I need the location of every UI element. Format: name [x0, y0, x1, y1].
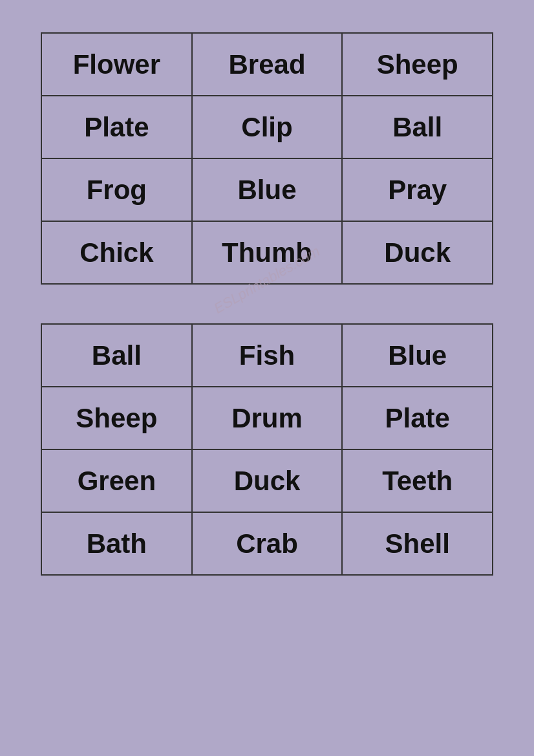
word-cell: Frog — [41, 158, 192, 221]
word-cell: Drum — [192, 387, 343, 449]
word-cell: Duck — [192, 449, 343, 512]
word-cell: Shell — [342, 512, 493, 575]
word-cell: Ball — [342, 96, 493, 158]
word-cell: Thumb — [192, 221, 343, 284]
word-cell: Blue — [192, 158, 343, 221]
word-cell: Duck — [342, 221, 493, 284]
word-cell: Blue — [342, 324, 493, 387]
word-grid-2: BallFishBlueSheepDrumPlateGreenDuckTeeth… — [41, 323, 493, 576]
word-cell: Teeth — [342, 449, 493, 512]
word-cell: Ball — [41, 324, 192, 387]
word-cell: Bath — [41, 512, 192, 575]
word-cell: Pray — [342, 158, 493, 221]
word-cell: Sheep — [41, 387, 192, 449]
word-cell: Plate — [342, 387, 493, 449]
word-cell: Green — [41, 449, 192, 512]
word-cell: Bread — [192, 33, 343, 96]
word-cell: Chick — [41, 221, 192, 284]
word-cell: Clip — [192, 96, 343, 158]
word-cell: Fish — [192, 324, 343, 387]
word-cell: Plate — [41, 96, 192, 158]
word-cell: Crab — [192, 512, 343, 575]
word-grid-1: FlowerBreadSheepPlateClipBallFrogBluePra… — [41, 32, 493, 285]
word-cell: Sheep — [342, 33, 493, 96]
word-cell: Flower — [41, 33, 192, 96]
